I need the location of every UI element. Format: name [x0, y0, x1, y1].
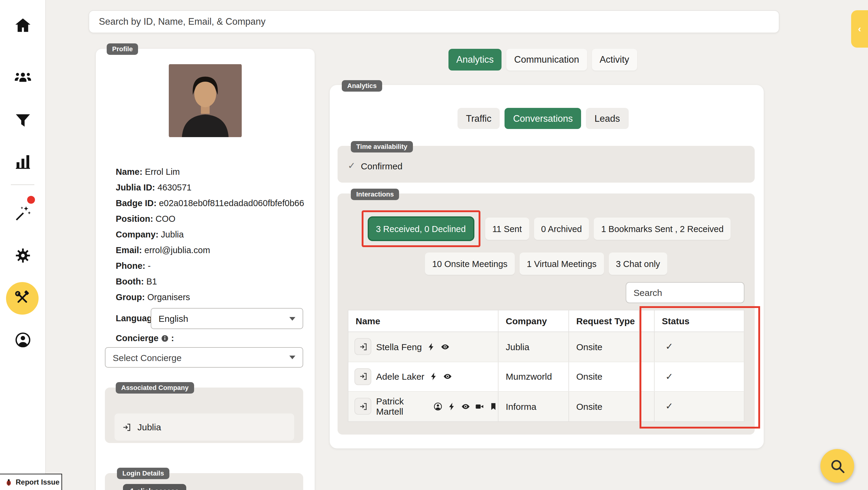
search-icon	[829, 458, 845, 474]
profile-badge: Profile	[107, 43, 138, 55]
chevron-down-icon	[289, 356, 296, 359]
concierge-label: Concierge :	[116, 332, 174, 344]
interaction-filter-button[interactable]: 3 Chat only	[609, 252, 667, 275]
profile-field: Jublia ID: 4630571	[116, 180, 304, 195]
table-header-cell: Request Type	[569, 310, 640, 332]
magic-wand-icon[interactable]	[14, 205, 31, 222]
concierge-label-text: Concierge	[116, 333, 158, 343]
company-cell: Jublia	[498, 332, 569, 361]
spacer-cell	[640, 362, 655, 391]
table-row[interactable]: Stella FengJubliaOnsite✓	[348, 332, 744, 362]
interaction-filter-button[interactable]: 11 Sent	[485, 218, 529, 240]
status-cell: ✓	[655, 362, 744, 391]
bug-icon	[5, 478, 13, 486]
filter-icon[interactable]	[14, 112, 31, 128]
profile-field: Booth: B1	[116, 274, 304, 289]
tab-activity[interactable]: Activity	[592, 49, 637, 70]
concierge-value: Select Concierge	[113, 352, 181, 363]
eye-icon[interactable]	[441, 342, 450, 351]
associated-company-item[interactable]: Jublia	[115, 414, 294, 440]
profile-field: Position: COO	[116, 211, 304, 226]
interaction-filter-button[interactable]: 10 Onsite Meetings	[425, 252, 515, 275]
interaction-filters: 3 Received, 0 Declined11 Sent0 Archived1…	[338, 210, 755, 275]
chevron-left-icon: ‹	[858, 24, 861, 34]
profile-fields: Name: Errol LimJublia ID: 4630571Badge I…	[116, 164, 304, 305]
bar-chart-icon[interactable]	[14, 153, 31, 170]
interaction-filter-button[interactable]: 1 Bookmarks Sent , 2 Received	[594, 218, 731, 240]
tab-analytics[interactable]: Analytics	[448, 49, 501, 70]
enter-icon[interactable]	[354, 338, 371, 355]
eye-icon[interactable]	[461, 402, 470, 411]
interactions-search-input[interactable]	[626, 282, 744, 303]
company-cell: Mumzworld	[498, 362, 569, 391]
tools-button[interactable]	[6, 282, 38, 315]
lightning-icon[interactable]	[447, 402, 456, 411]
home-icon[interactable]	[14, 17, 31, 34]
subtab-leads[interactable]: Leads	[586, 108, 628, 129]
settings-gear-icon[interactable]	[14, 247, 31, 264]
profile-field: Name: Errol Lim	[116, 164, 304, 180]
notification-dot	[27, 196, 35, 204]
panel-collapse-toggle[interactable]: ‹	[851, 10, 868, 48]
time-availability-status: ✓ Confirmed	[348, 160, 403, 171]
lightning-icon[interactable]	[427, 342, 436, 351]
account-icon[interactable]	[14, 332, 31, 348]
request-type-cell: Onsite	[569, 362, 640, 391]
enter-icon	[122, 422, 131, 432]
profile-photo	[169, 64, 242, 137]
table-header-cell: Status	[655, 310, 744, 332]
check-icon: ✓	[348, 160, 355, 171]
time-availability-section: Time availability ✓ Confirmed	[338, 146, 755, 183]
attendee-name: Patrick Martell	[376, 396, 429, 417]
status-cell: ✓	[655, 332, 744, 361]
subtab-traffic[interactable]: Traffic	[458, 108, 500, 129]
profile-card: Profile Name: Errol LimJublia ID: 463057…	[96, 49, 315, 490]
associated-company-badge: Associated Company	[116, 382, 194, 394]
chevron-down-icon	[289, 317, 296, 320]
sidebar-divider	[11, 184, 34, 185]
floating-search-button[interactable]	[820, 449, 854, 483]
analytics-badge: Analytics	[342, 80, 382, 92]
person-circle-icon[interactable]	[433, 402, 442, 411]
video-icon[interactable]	[475, 402, 484, 411]
lightning-icon[interactable]	[429, 372, 438, 381]
subtab-conversations[interactable]: Conversations	[504, 108, 581, 129]
analytics-subtabs: Traffic Conversations Leads	[458, 108, 628, 129]
profile-field: Email: errol@jublia.com	[116, 242, 304, 258]
spacer-cell	[640, 332, 655, 361]
enter-icon[interactable]	[354, 368, 371, 385]
sidebar	[0, 0, 46, 490]
report-issue-button[interactable]: Report Issue	[0, 474, 62, 490]
concierge-select[interactable]: Select Concierge	[105, 347, 303, 368]
associated-company-name: Jublia	[137, 422, 161, 432]
interactions-badge: Interactions	[351, 189, 399, 200]
request-type-cell: Onsite	[569, 392, 640, 421]
interaction-filter-button[interactable]: 0 Archived	[534, 218, 589, 240]
eye-icon[interactable]	[443, 372, 452, 381]
interaction-filter-button[interactable]: 3 Received, 0 Declined	[367, 216, 474, 241]
request-type-cell: Onsite	[569, 332, 640, 361]
analytics-panel: Analytics Traffic Conversations Leads Ti…	[330, 85, 764, 449]
profile-field: Group: Organisers	[116, 289, 304, 305]
table-row[interactable]: Adele LakerMumzworldOnsite✓	[348, 362, 744, 392]
interaction-filter-button[interactable]: 1 Virtual Meetings	[520, 252, 604, 275]
interactions-table-body: Stella FengJubliaOnsite✓Adele LakerMumzw…	[348, 332, 744, 421]
app-window: ‹ Profile Name: Errol LimJublia ID: 4630…	[0, 0, 868, 490]
global-search-input[interactable]	[89, 10, 779, 33]
login-details-section: Login Details 1-click access	[105, 473, 303, 490]
profile-field: Company: Jublia	[116, 226, 304, 242]
login-details-badge: Login Details	[117, 468, 169, 479]
time-availability-badge: Time availability	[351, 141, 413, 152]
people-group-icon[interactable]	[13, 69, 32, 87]
enter-icon[interactable]	[354, 398, 371, 415]
spacer-cell	[640, 392, 655, 421]
table-row[interactable]: Patrick MartellInformaOnsite✓	[348, 392, 744, 421]
bookmark-icon[interactable]	[489, 402, 498, 411]
language-select[interactable]: English	[151, 308, 303, 329]
tab-communication[interactable]: Communication	[506, 49, 587, 70]
time-availability-text: Confirmed	[361, 161, 402, 171]
interactions-table-header: NameCompanyRequest TypeStatus	[348, 310, 744, 332]
attendee-name: Stella Feng	[376, 342, 422, 352]
main-tabs: Analytics Communication Activity	[448, 49, 637, 70]
profile-field: Phone: -	[116, 258, 304, 274]
